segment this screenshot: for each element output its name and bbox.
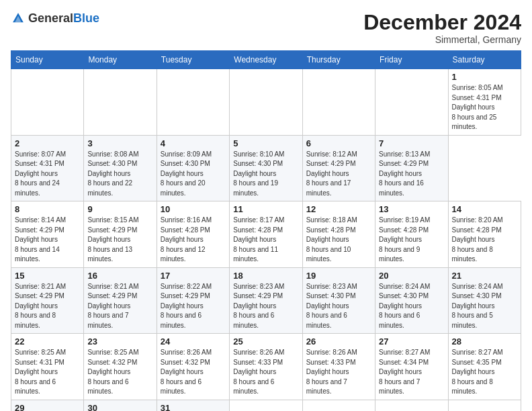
day-number: 4 xyxy=(161,138,226,148)
day-info: Sunrise: 8:19 AM Sunset: 4:28 PM Dayligh… xyxy=(379,216,444,265)
day-number: 24 xyxy=(161,336,226,347)
day-number: 2 xyxy=(15,138,80,148)
calendar-cell xyxy=(84,69,157,136)
calendar-cell: 16 Sunrise: 8:21 AM Sunset: 4:29 PM Dayl… xyxy=(84,267,157,334)
day-number: 20 xyxy=(379,271,444,281)
calendar-cell xyxy=(375,69,448,136)
calendar-cell xyxy=(375,400,448,411)
day-number: 18 xyxy=(233,271,298,281)
day-number: 27 xyxy=(379,336,444,347)
day-info: Sunrise: 8:13 AM Sunset: 4:29 PM Dayligh… xyxy=(379,150,444,199)
calendar-cell: 8 Sunrise: 8:14 AM Sunset: 4:29 PM Dayli… xyxy=(11,201,84,268)
day-info: Sunrise: 8:26 AM Sunset: 4:33 PM Dayligh… xyxy=(306,348,371,397)
calendar-cell: 6 Sunrise: 8:12 AM Sunset: 4:29 PM Dayli… xyxy=(302,135,375,201)
day-info: Sunrise: 8:26 AM Sunset: 4:33 PM Dayligh… xyxy=(233,348,298,397)
day-number: 8 xyxy=(15,204,80,214)
day-info: Sunrise: 8:07 AM Sunset: 4:31 PM Dayligh… xyxy=(15,150,80,199)
day-info: Sunrise: 8:22 AM Sunset: 4:29 PM Dayligh… xyxy=(161,282,226,331)
logo-general: General xyxy=(28,11,73,25)
calendar-cell xyxy=(230,69,302,136)
day-info: Sunrise: 8:12 AM Sunset: 4:29 PM Dayligh… xyxy=(306,150,371,199)
calendar-body: 1 Sunrise: 8:05 AM Sunset: 4:31 PM Dayli… xyxy=(11,69,521,411)
calendar-week-row: 22 Sunrise: 8:25 AM Sunset: 4:31 PM Dayl… xyxy=(11,334,521,400)
day-info: Sunrise: 8:24 AM Sunset: 4:30 PM Dayligh… xyxy=(452,282,517,331)
day-number: 13 xyxy=(379,204,444,214)
location-title: Simmertal, Germany xyxy=(363,34,521,45)
calendar-cell: 11 Sunrise: 8:17 AM Sunset: 4:28 PM Dayl… xyxy=(230,201,302,268)
day-info: Sunrise: 8:09 AM Sunset: 4:30 PM Dayligh… xyxy=(161,150,226,199)
day-number: 23 xyxy=(87,336,152,347)
calendar-cell xyxy=(302,400,375,411)
day-info: Sunrise: 8:23 AM Sunset: 4:29 PM Dayligh… xyxy=(233,282,298,331)
day-info: Sunrise: 8:23 AM Sunset: 4:30 PM Dayligh… xyxy=(306,282,371,331)
calendar-cell: 7 Sunrise: 8:13 AM Sunset: 4:29 PM Dayli… xyxy=(375,135,448,201)
calendar-cell: 29 Sunrise: 8:27 AM Sunset: 4:36 PM Dayl… xyxy=(11,400,84,411)
day-number: 6 xyxy=(306,138,371,148)
day-number: 9 xyxy=(87,204,152,214)
calendar-cell: 27 Sunrise: 8:27 AM Sunset: 4:34 PM Dayl… xyxy=(375,334,448,400)
day-number: 19 xyxy=(306,271,371,281)
logo: GeneralBlue xyxy=(11,11,99,26)
calendar-day-header: Wednesday xyxy=(230,51,302,69)
day-number: 14 xyxy=(452,204,517,214)
calendar-cell: 30 Sunrise: 8:27 AM Sunset: 4:37 PM Dayl… xyxy=(84,400,157,411)
calendar-cell: 24 Sunrise: 8:26 AM Sunset: 4:32 PM Dayl… xyxy=(157,334,229,400)
calendar-cell: 25 Sunrise: 8:26 AM Sunset: 4:33 PM Dayl… xyxy=(230,334,302,400)
day-number: 30 xyxy=(87,403,152,411)
calendar-day-header: Friday xyxy=(375,51,448,69)
day-number: 21 xyxy=(452,271,517,281)
day-number: 12 xyxy=(306,204,371,214)
calendar-cell: 13 Sunrise: 8:19 AM Sunset: 4:28 PM Dayl… xyxy=(375,201,448,268)
calendar-cell: 14 Sunrise: 8:20 AM Sunset: 4:28 PM Dayl… xyxy=(448,201,521,268)
day-info: Sunrise: 8:14 AM Sunset: 4:29 PM Dayligh… xyxy=(15,216,80,265)
calendar-cell xyxy=(157,69,229,136)
calendar-cell: 15 Sunrise: 8:21 AM Sunset: 4:29 PM Dayl… xyxy=(11,267,84,334)
day-number: 29 xyxy=(15,403,80,411)
calendar-header-row: SundayMondayTuesdayWednesdayThursdayFrid… xyxy=(11,51,521,69)
logo-blue: Blue xyxy=(73,11,99,25)
day-number: 17 xyxy=(161,271,226,281)
day-number: 22 xyxy=(15,336,80,347)
calendar-table: SundayMondayTuesdayWednesdayThursdayFrid… xyxy=(11,50,521,411)
calendar-cell: 22 Sunrise: 8:25 AM Sunset: 4:31 PM Dayl… xyxy=(11,334,84,400)
day-info: Sunrise: 8:05 AM Sunset: 4:31 PM Dayligh… xyxy=(452,83,517,132)
calendar-cell: 20 Sunrise: 8:24 AM Sunset: 4:30 PM Dayl… xyxy=(375,267,448,334)
day-number: 7 xyxy=(379,138,444,148)
calendar-day-header: Monday xyxy=(84,51,157,69)
calendar-cell xyxy=(448,400,521,411)
day-number: 3 xyxy=(87,138,152,148)
calendar-cell: 18 Sunrise: 8:23 AM Sunset: 4:29 PM Dayl… xyxy=(230,267,302,334)
calendar-cell: 26 Sunrise: 8:26 AM Sunset: 4:33 PM Dayl… xyxy=(302,334,375,400)
calendar-cell: 23 Sunrise: 8:25 AM Sunset: 4:32 PM Dayl… xyxy=(84,334,157,400)
day-info: Sunrise: 8:16 AM Sunset: 4:28 PM Dayligh… xyxy=(161,216,226,265)
calendar-week-row: 29 Sunrise: 8:27 AM Sunset: 4:36 PM Dayl… xyxy=(11,400,521,411)
calendar-day-header: Saturday xyxy=(448,51,521,69)
day-number: 26 xyxy=(306,336,371,347)
calendar-day-header: Sunday xyxy=(11,51,84,69)
calendar-cell xyxy=(11,69,84,136)
calendar-cell xyxy=(302,69,375,136)
calendar-cell xyxy=(230,400,302,411)
calendar-cell: 21 Sunrise: 8:24 AM Sunset: 4:30 PM Dayl… xyxy=(448,267,521,334)
calendar-cell: 10 Sunrise: 8:16 AM Sunset: 4:28 PM Dayl… xyxy=(157,201,229,268)
calendar-cell: 31 Sunrise: 8:27 AM Sunset: 4:38 PM Dayl… xyxy=(157,400,229,411)
day-number: 11 xyxy=(233,204,298,214)
calendar-cell: 28 Sunrise: 8:27 AM Sunset: 4:35 PM Dayl… xyxy=(448,334,521,400)
day-info: Sunrise: 8:24 AM Sunset: 4:30 PM Dayligh… xyxy=(379,282,444,331)
day-info: Sunrise: 8:18 AM Sunset: 4:28 PM Dayligh… xyxy=(306,216,371,265)
calendar-cell: 2 Sunrise: 8:07 AM Sunset: 4:31 PM Dayli… xyxy=(11,135,84,201)
calendar-cell: 1 Sunrise: 8:05 AM Sunset: 4:31 PM Dayli… xyxy=(448,69,521,136)
day-info: Sunrise: 8:20 AM Sunset: 4:28 PM Dayligh… xyxy=(452,216,517,265)
calendar-cell: 5 Sunrise: 8:10 AM Sunset: 4:30 PM Dayli… xyxy=(230,135,302,201)
page-header: GeneralBlue December 2024 Simmertal, Ger… xyxy=(11,11,521,45)
day-info: Sunrise: 8:25 AM Sunset: 4:32 PM Dayligh… xyxy=(87,348,152,397)
calendar-week-row: 15 Sunrise: 8:21 AM Sunset: 4:29 PM Dayl… xyxy=(11,267,521,334)
day-info: Sunrise: 8:21 AM Sunset: 4:29 PM Dayligh… xyxy=(87,282,152,331)
calendar-week-row: 2 Sunrise: 8:07 AM Sunset: 4:31 PM Dayli… xyxy=(11,135,521,201)
calendar-cell: 9 Sunrise: 8:15 AM Sunset: 4:29 PM Dayli… xyxy=(84,201,157,268)
day-number: 10 xyxy=(161,204,226,214)
day-info: Sunrise: 8:26 AM Sunset: 4:32 PM Dayligh… xyxy=(161,348,226,397)
calendar-day-header: Thursday xyxy=(302,51,375,69)
logo-icon xyxy=(11,11,26,26)
calendar-day-header: Tuesday xyxy=(157,51,229,69)
